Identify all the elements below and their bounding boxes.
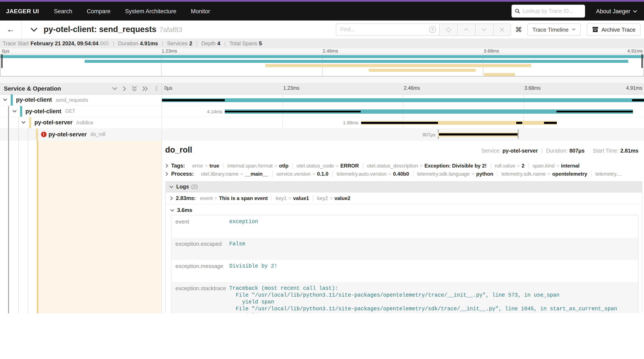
- help-icon[interactable]: ?: [429, 26, 436, 33]
- range-handle-left[interactable]: [1, 54, 2, 68]
- service-value: py-otel-server: [502, 148, 538, 154]
- minimap-tick-labels: 0μs 1.23ms 2.46ms 3.68ms 4.91ms: [0, 48, 644, 54]
- logs-label: Logs: [176, 184, 189, 190]
- column-resizer[interactable]: [155, 86, 158, 91]
- top-accent-strip: [0, 0, 644, 2]
- span-operation: do_roll: [90, 132, 105, 137]
- minimap-span-bar: [0, 55, 644, 58]
- log-entry-expanded[interactable]: 3.6ms: [166, 204, 642, 214]
- duration-value: 807μs: [570, 148, 584, 154]
- expander-icon[interactable]: [3, 98, 8, 102]
- collapse-one-icon[interactable]: [112, 86, 117, 90]
- kv-key: event: [171, 216, 229, 238]
- span-service: py-otel-client: [16, 97, 52, 103]
- service-label: Service:: [482, 148, 501, 154]
- expander-icon[interactable]: [12, 110, 17, 113]
- process-pill: service.version=0.1.0: [273, 171, 333, 177]
- nav-item-search[interactable]: Search: [47, 8, 80, 14]
- chevron-down-icon: [482, 28, 487, 31]
- duration-label: Duration: [118, 40, 138, 46]
- process-accordion[interactable]: Process: otel.library.name=__main__ serv…: [162, 170, 644, 179]
- tags-accordion[interactable]: Tags: error=true internal.span.format=ot…: [162, 161, 644, 170]
- trace-id-short: 7afaf83: [160, 26, 182, 33]
- span-duration-bar[interactable]: [162, 98, 644, 102]
- divider: |: [113, 40, 114, 46]
- span-duration-bar[interactable]: [225, 110, 633, 114]
- tree-header-title: Service & Operation: [4, 85, 61, 92]
- log-kv-table: event exception exception.escaped False …: [171, 215, 638, 313]
- expander-icon[interactable]: [21, 121, 26, 124]
- kv-key: exception.stacktrace: [171, 282, 229, 313]
- span-duration-bar[interactable]: [438, 132, 518, 136]
- back-button[interactable]: ←: [0, 20, 22, 38]
- collapse-controls: [112, 86, 161, 91]
- duration-label: Duration:: [546, 148, 568, 154]
- timeline-minimap[interactable]: [0, 54, 644, 76]
- log-field-pill: key2=value2: [313, 195, 354, 201]
- clear-find-button[interactable]: [493, 23, 511, 36]
- expand-all-icon[interactable]: [142, 86, 148, 91]
- kv-row: exception.message Divisible by 2!: [171, 260, 638, 282]
- brand-logo[interactable]: JAEGER UI: [0, 8, 47, 14]
- find-box[interactable]: ?: [336, 23, 439, 36]
- tag-pill: otel.status_code=ERROR: [293, 163, 363, 169]
- indent-guide: [28, 128, 28, 313]
- divider: |: [224, 40, 226, 46]
- chevron-right-icon: [165, 164, 168, 168]
- chevron-down-icon: [633, 10, 637, 12]
- find-input[interactable]: [336, 26, 429, 32]
- span-operation: send_requests: [56, 98, 88, 102]
- archive-trace-button[interactable]: Archive Trace: [586, 23, 640, 36]
- trace-id-lookup[interactable]: [511, 5, 585, 18]
- trace-start-fraction: .865: [98, 40, 109, 46]
- process-pill: telemetry.sdk.name=opentelemetry: [498, 171, 592, 177]
- chevron-down-icon: [170, 209, 174, 212]
- span-operation: /rolldice: [76, 120, 93, 125]
- services-value: 2: [189, 40, 192, 46]
- prev-match-button[interactable]: [457, 23, 475, 36]
- span-row-do-roll[interactable]: ! py-otel-server do_roll 807μs: [0, 128, 644, 140]
- trace-id-input[interactable]: [522, 8, 582, 14]
- about-jaeger-menu[interactable]: About Jaeger: [596, 8, 637, 14]
- span-color-bar: [20, 106, 22, 117]
- nav-item-compare[interactable]: Compare: [80, 8, 118, 14]
- tag-pill: internal.span.format=otlp: [224, 163, 293, 169]
- span-rows: py-otel-client send_requests py-otel-cli…: [0, 94, 644, 140]
- depth-label: Depth: [201, 40, 216, 46]
- chevron-right-icon: [165, 172, 168, 176]
- span-row-get[interactable]: py-otel-client GET 4.14ms: [0, 106, 644, 117]
- tree-header: Service & Operation: [0, 83, 162, 94]
- nav-item-system-architecture[interactable]: System Architecture: [118, 8, 184, 14]
- log-entry-collapsed[interactable]: 2.83ms: event=This is a span event key1=…: [166, 192, 642, 204]
- span-service: py-otel-client: [26, 108, 61, 114]
- nav-item-monitor[interactable]: Monitor: [184, 8, 217, 14]
- archive-icon: [592, 26, 598, 32]
- tag-pill: error=true: [188, 163, 224, 169]
- range-handle-right[interactable]: [642, 54, 643, 68]
- process-list: otel.library.name=__main__ service.versi…: [197, 171, 626, 177]
- jaeger-trace-page: JAEGER UI Search Compare System Architec…: [0, 0, 644, 359]
- span-duration-bar[interactable]: [361, 121, 556, 125]
- timeline-ruler: 0μs 1.23ms 2.46ms 3.68ms 4.91ms: [162, 83, 644, 94]
- logs-section: Logs (2) 2.83ms: event=This is a span ev…: [165, 181, 642, 313]
- keyboard-shortcuts-button[interactable]: ⌘: [515, 26, 522, 34]
- logs-accordion-header[interactable]: Logs (2): [166, 182, 642, 192]
- span-operation: GET: [65, 109, 75, 114]
- kv-value: False: [229, 238, 638, 260]
- archive-trace-label: Archive Trace: [602, 26, 636, 33]
- span-row-send-requests[interactable]: py-otel-client send_requests: [0, 94, 644, 106]
- span-color-bar: [36, 128, 38, 140]
- top-nav: JAEGER UI Search Compare System Architec…: [0, 2, 644, 20]
- collapse-all-icon[interactable]: [132, 86, 137, 91]
- kv-value: exception: [229, 216, 638, 238]
- focus-match-button[interactable]: [439, 23, 457, 36]
- next-match-button[interactable]: [475, 23, 493, 36]
- view-type-select[interactable]: Trace Timeline: [527, 23, 580, 36]
- minimap-span-bar: [84, 60, 628, 62]
- trace-collapse-toggle[interactable]: [30, 27, 38, 32]
- tags-label: Tags:: [171, 163, 185, 169]
- span-detail-panel: do_roll Service:py-otel-server | Duratio…: [162, 140, 644, 313]
- span-row-rolldice[interactable]: py-otel-server /rolldice 1.99ms: [0, 117, 644, 128]
- expand-one-icon[interactable]: [122, 86, 126, 91]
- kv-key: exception.message: [171, 260, 229, 282]
